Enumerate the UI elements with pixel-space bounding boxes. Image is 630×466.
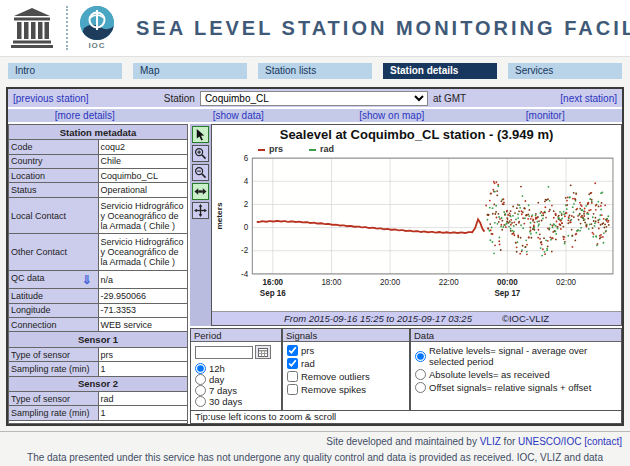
- metadata-label: Other Contact: [9, 234, 99, 270]
- qc-download-icon[interactable]: ⇓: [81, 273, 91, 287]
- chart-credit: ©IOC-VLIZ: [502, 313, 549, 324]
- metadata-value: Servicio Hidrográfico y Oceanográfico de…: [98, 234, 188, 270]
- svg-text:18:00: 18:00: [321, 278, 342, 287]
- page-title: SEA LEVEL STATION MONITORING FACILITY: [136, 17, 630, 40]
- svg-text:16:00: 16:00: [263, 278, 284, 287]
- tab-services[interactable]: Services: [508, 63, 622, 79]
- metadata-row: Type of sensorrad: [9, 392, 188, 406]
- metadata-value: rad: [98, 392, 188, 406]
- calendar-button[interactable]: [255, 345, 271, 359]
- cursor-tool-button[interactable]: [192, 126, 209, 143]
- chart-toolbar: [190, 124, 211, 326]
- metadata-label: Code: [9, 140, 99, 154]
- station-links-bar: [more details] [show data] [show on map]…: [8, 109, 622, 124]
- metadata-section-header: Sensor 1: [9, 332, 188, 347]
- signal-option-remove-outliers[interactable]: Remove outliers: [287, 371, 405, 382]
- zoom-out-tool-button[interactable]: [192, 164, 209, 181]
- signal-option-prs[interactable]: prs: [287, 345, 405, 356]
- chart-date-range-strip: From 2015-09-16 15:25 to 2015-09-17 03:2…: [212, 311, 621, 325]
- tab-station-lists[interactable]: Station lists: [258, 63, 372, 79]
- metadata-label: Country: [9, 154, 99, 168]
- svg-text:meters: meters: [215, 202, 224, 230]
- next-station-link[interactable]: [next station]: [560, 93, 617, 104]
- metadata-label: Sampling rate (min): [9, 362, 99, 376]
- zoom-in-tool-button[interactable]: [192, 145, 209, 162]
- show-data-link[interactable]: [show data]: [213, 110, 264, 121]
- tab-station-details[interactable]: Station details: [383, 63, 497, 79]
- footer-credit-text: Site developed and maintained by: [326, 436, 479, 447]
- metadata-value: Chile: [98, 154, 188, 168]
- calendar-icon: [258, 348, 268, 357]
- page-footer: Site developed and maintained by VLIZ fo…: [0, 431, 630, 466]
- period-option-7-days[interactable]: 7 days: [195, 385, 277, 396]
- svg-text:6: 6: [244, 154, 249, 163]
- chart-date-range: From 2015-09-16 15:25 to 2015-09-17 03:2…: [284, 313, 472, 324]
- show-on-map-link[interactable]: [show on map]: [359, 110, 424, 121]
- metadata-row: Longitude-71.3353: [9, 303, 188, 317]
- metadata-row: Type of sensorprs: [9, 347, 188, 361]
- data-option-offset-signals-relative-signal[interactable]: Offset signals= relative signals + offse…: [415, 382, 617, 393]
- metadata-value: coqu2: [98, 140, 188, 154]
- sealevel-chart-panel: Sealevel at Coquimbo_CL station - (3.949…: [211, 124, 622, 326]
- metadata-section-header: Station metadata: [9, 125, 188, 140]
- metadata-row: Codecoqu2: [9, 140, 188, 154]
- pan-tool-button[interactable]: [192, 202, 209, 219]
- zoom-in-icon: [194, 147, 207, 160]
- metadata-label: Sampling rate (min): [9, 406, 99, 420]
- svg-text:02:00: 02:00: [556, 278, 577, 287]
- svg-text:2: 2: [244, 200, 249, 209]
- svg-text:0: 0: [244, 223, 249, 232]
- signal-option-remove-spikes[interactable]: Remove spikes: [287, 384, 405, 395]
- chart-controls: Period: [190, 326, 622, 411]
- station-metadata-column: Station metadataCodecoqu2CountryChileLoc…: [8, 124, 190, 424]
- data-control: Data Relative levels= signal - average o…: [410, 328, 622, 411]
- period-option-day[interactable]: day: [195, 374, 277, 385]
- svg-text:4: 4: [244, 177, 249, 186]
- period-option-30-days[interactable]: 30 days: [195, 396, 277, 407]
- ioc-label: IOC: [88, 41, 105, 50]
- metadata-row: StatusOperational: [9, 183, 188, 197]
- svg-text:00:00: 00:00: [497, 278, 518, 287]
- metadata-value: Coquimbo_CL: [98, 169, 188, 183]
- metadata-value: Operational: [98, 183, 188, 197]
- previous-station-link[interactable]: [previous station]: [13, 93, 89, 104]
- legend-item-prs: prs: [258, 144, 283, 154]
- ioc-logo: IOC: [80, 6, 114, 50]
- monitor-link[interactable]: [monitor]: [526, 110, 565, 121]
- period-header: Period: [191, 329, 281, 342]
- metadata-row: CountryChile: [9, 154, 188, 168]
- station-metadata-table: Station metadataCodecoqu2CountryChileLoc…: [8, 124, 188, 424]
- horizontal-scroll-tool-button[interactable]: [192, 183, 209, 200]
- period-option-12h[interactable]: 12h: [195, 363, 277, 374]
- signal-option-rad[interactable]: rad: [287, 358, 405, 369]
- data-option-relative-levels-signal-average[interactable]: Relative levels= signal - average over s…: [415, 345, 617, 367]
- metadata-label: Latitude: [9, 289, 99, 303]
- metadata-label: Location: [9, 169, 99, 183]
- station-label: Station: [164, 93, 195, 104]
- nav-tabs: IntroMapStation listsStation detailsServ…: [8, 63, 622, 79]
- contact-link[interactable]: [contact]: [584, 436, 622, 447]
- unesco-ioc-link[interactable]: UNESCO/IOC: [518, 436, 581, 447]
- logo-separator: [66, 6, 68, 50]
- metadata-value: WEB service: [98, 318, 188, 332]
- metadata-value: -71.3353: [98, 303, 188, 317]
- data-option-absolute-levels-as-received[interactable]: Absolute levels= as received: [415, 369, 617, 380]
- zoom-out-icon: [194, 166, 207, 179]
- metadata-value: 1: [98, 406, 188, 420]
- tab-intro[interactable]: Intro: [8, 63, 122, 79]
- vliz-link[interactable]: VLIZ: [480, 436, 501, 447]
- station-select[interactable]: Coquimbo_CL: [200, 91, 428, 106]
- main-nav: IntroMapStation listsStation detailsServ…: [0, 56, 630, 87]
- chart-title: Sealevel at Coquimbo_CL station - (3.949…: [212, 125, 621, 143]
- legend-item-rad: rad: [309, 144, 334, 154]
- pan-icon: [194, 204, 207, 217]
- metadata-section-header: Sensor 2: [9, 376, 188, 391]
- date-input[interactable]: [195, 346, 253, 359]
- tab-map[interactable]: Map: [133, 63, 247, 79]
- metadata-row: Sampling rate (min)1: [9, 362, 188, 376]
- metadata-row: Other ContactServicio Hidrográfico y Oce…: [9, 234, 188, 270]
- sealevel-chart[interactable]: 6420-2-416:00Sep 1618:0020:0022:0000:00S…: [212, 154, 621, 311]
- svg-text:Sep 16: Sep 16: [260, 289, 286, 298]
- metadata-row: Latitude-29.950066: [9, 289, 188, 303]
- more-details-link[interactable]: [more details]: [55, 110, 115, 121]
